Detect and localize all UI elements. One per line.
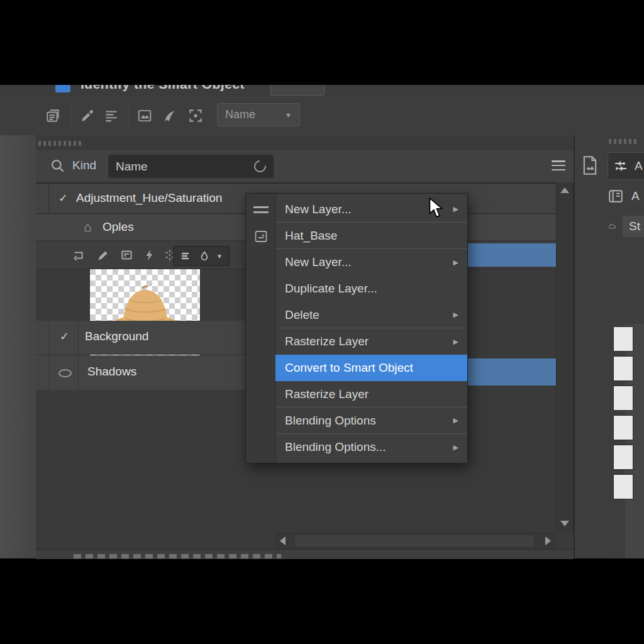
submenu-arrow-icon: ▶ [453,258,458,267]
tab-label: St [623,216,644,237]
panel-tab-strip [574,135,608,558]
screenshot-root: Identify the Smart Object [0,0,644,644]
menu-item-label: Convert to Smart Object [285,361,413,375]
menu-item[interactable]: Convert to Smart Object [275,355,467,381]
check-icon[interactable]: ✓ [58,191,68,205]
vertical-scrollbar[interactable] [556,182,574,531]
search-icon [50,158,66,174]
style-swatch[interactable] [614,475,633,499]
menu-item-label: New Layer... [285,203,352,216]
chevron-down-icon: ▼ [216,253,223,260]
layer-label: Oples [103,220,134,234]
pen-icon[interactable] [96,248,110,262]
search-input-value: Name [116,160,148,174]
doc-image-icon[interactable] [581,155,599,175]
submenu-arrow-icon: ▶ [453,443,458,452]
menu-item[interactable]: Blending Options▶ [276,408,467,434]
panel-grip-dots [38,141,84,146]
style-swatch[interactable] [614,445,633,469]
menu-item[interactable]: Blending Options...▶ [276,434,467,460]
menu-item[interactable]: Duplicate Layer... [276,275,467,302]
tab-library[interactable]: A [608,188,640,204]
drop-icon [199,250,210,262]
quick-select-icon[interactable] [161,107,179,125]
layer-label: Adjustment_Hue/Saturation [76,191,222,205]
menu-item-label: Delete [285,308,319,322]
check-icon[interactable]: ✓ [60,330,69,343]
document-icon [55,85,70,92]
text-lines-icon[interactable] [103,107,120,125]
eye-closed-icon[interactable] [58,369,72,377]
selected-layer-row-highlight [468,243,556,267]
scroll-left-arrow[interactable] [280,536,286,545]
submenu-arrow-icon: ▶ [453,416,458,425]
menu-item-label: Rasterize Layer [285,335,369,348]
scrollbar-thumb[interactable] [295,535,534,547]
image-icon[interactable] [136,107,153,125]
filter-dropdown-value: Name [225,108,255,121]
menu-item-label: New Layer... [285,255,352,269]
menu-item-label: Blending Options... [285,440,386,454]
mouse-cursor [428,197,445,219]
tab-adjustments[interactable]: A [608,152,644,180]
hamburger-icon [253,202,269,217]
style-swatch[interactable] [614,416,633,440]
filter-dropdown[interactable]: Name ▼ [217,103,300,126]
layer-label: Shadows [87,365,136,379]
panel-footer [36,549,574,559]
layer-doc-icon [253,229,269,244]
kind-label[interactable]: Kind [72,158,96,172]
sliders-icon [613,158,628,174]
panel-menu-icon[interactable] [552,160,565,170]
top-toolbar: Name ▼ [0,96,644,136]
book-icon [608,188,624,204]
scroll-down-arrow[interactable] [560,521,569,526]
chevron-down-icon: ▼ [285,111,292,119]
menu-item[interactable]: Delete▶ [276,302,467,328]
clipped-header: Identify the Smart Object [0,85,644,96]
scroll-right-arrow[interactable] [545,536,551,545]
nested-square-icon[interactable] [120,248,134,262]
menu-item-label: Blending Options [285,414,376,428]
scroll-up-arrow[interactable] [560,187,569,193]
transform-icon[interactable] [71,248,85,262]
sync-icon [252,158,269,175]
panel-grip-dots [609,139,639,144]
style-swatch[interactable] [614,357,633,380]
search-input[interactable]: Name [108,155,274,178]
menu-item-label: Duplicate Layer... [285,282,377,296]
menu-item-label: Rasterize Layer [285,387,369,401]
tab-label: A [631,189,640,203]
style-swatch[interactable] [614,386,633,410]
tab-styles[interactable]: St [608,216,644,237]
menu-item-label: Hat_Base [285,229,337,243]
left-gutter [0,135,37,558]
clipped-header-button[interactable] [270,85,325,96]
menu-item[interactable]: Rasterize Layer▶ [276,328,467,355]
submenu-arrow-icon: ▶ [453,205,458,213]
focus-brackets-icon[interactable] [187,107,204,125]
selected-layer-row-highlight [468,358,556,386]
fx-icon[interactable] [143,248,157,262]
menu-item[interactable]: Hat_Base [276,223,467,249]
clipped-title: Identify the Smart Object [80,85,245,92]
context-menu-gutter [246,194,276,463]
context-menu: New Layer...▶Hat_BaseNew Layer...▶Duplic… [245,193,468,464]
submenu-arrow-icon: ▶ [453,311,458,319]
layer-label: Background [85,330,148,343]
submenu-arrow-icon: ▶ [453,338,458,346]
application-window: Identify the Smart Object [0,85,644,558]
toolbar-divider [70,104,71,127]
lines-icon [180,250,192,262]
eyedropper-icon[interactable] [79,107,96,125]
style-swatch[interactable] [614,327,633,351]
home-icon[interactable]: ⌂ [84,219,92,235]
menu-item[interactable]: Rasterize Layer [276,381,467,408]
cloud-icon [608,221,616,231]
horizontal-scrollbar[interactable] [275,533,556,550]
context-menu-items: New Layer...▶Hat_BaseNew Layer...▶Duplic… [246,196,467,460]
blend-tool-group[interactable]: ▼ [173,246,230,266]
copy-lines-icon[interactable] [44,107,62,125]
right-panel: A A St [605,135,644,558]
menu-item[interactable]: New Layer...▶ [276,249,467,275]
